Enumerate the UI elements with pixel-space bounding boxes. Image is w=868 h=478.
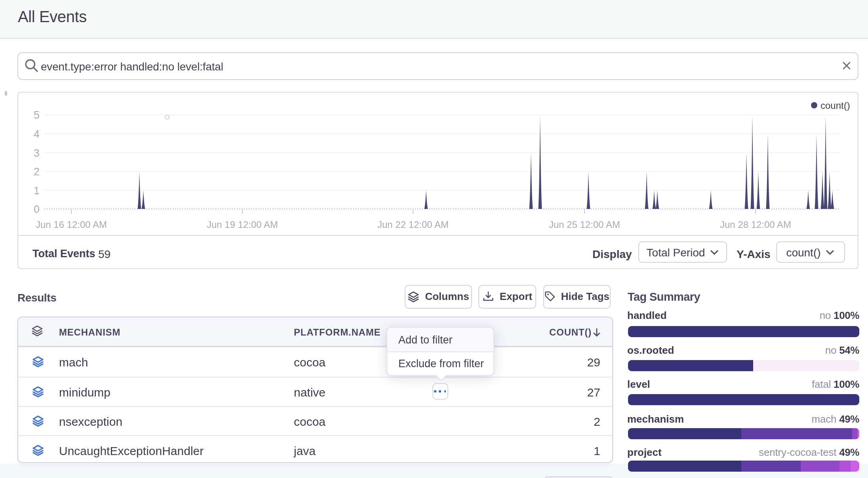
svg-text:count(): count() [820,100,850,110]
svg-text:Jun 22 12:00 AM: Jun 22 12:00 AM [377,219,449,230]
svg-text:4: 4 [34,128,40,140]
svg-text:Jun 28 12:00 AM: Jun 28 12:00 AM [720,219,791,230]
svg-text:Jun 25 12:00 AM: Jun 25 12:00 AM [549,219,620,230]
svg-text:Jun 19 12:00 AM: Jun 19 12:00 AM [207,219,278,230]
svg-text:3: 3 [34,147,40,159]
svg-text:2: 2 [34,165,40,177]
svg-text:0: 0 [34,203,40,215]
svg-text:Jun 16 12:00 AM: Jun 16 12:00 AM [36,219,107,230]
svg-text:5: 5 [34,109,40,121]
svg-text:1: 1 [34,184,40,196]
